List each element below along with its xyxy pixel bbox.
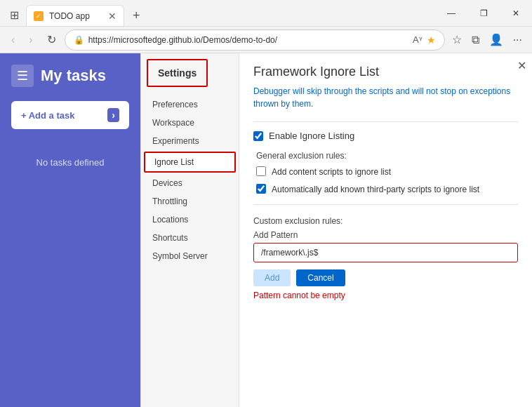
enable-ignore-label: Enable Ignore Listing	[269, 131, 354, 141]
new-tab-button[interactable]: +	[127, 6, 146, 26]
add-task-label: + Add a task	[21, 110, 74, 121]
read-aloud-icon[interactable]: Aᵞ	[413, 34, 423, 45]
pattern-label: Add Pattern	[253, 230, 518, 240]
add-button[interactable]: Add	[253, 269, 291, 286]
add-task-arrow-icon: ›	[107, 108, 119, 122]
favorites-toolbar-icon[interactable]: ☆	[448, 30, 466, 49]
enable-ignore-checkbox[interactable]	[253, 131, 263, 141]
window-controls: — ❐ ✕	[435, 0, 532, 26]
content-scripts-checkbox[interactable]	[256, 166, 266, 176]
lock-icon: 🔒	[74, 35, 84, 45]
app-title: My tasks	[41, 67, 106, 85]
settings-close-button[interactable]: ✕	[517, 59, 526, 72]
content-title: Framework Ignore List	[253, 65, 518, 79]
tab-close-icon[interactable]: ✕	[108, 11, 117, 21]
sidebar-item-workspace[interactable]: Workspace	[141, 114, 239, 132]
throttling-label: Throttling	[152, 196, 187, 206]
toolbar-icons: ☆ ⧉ 👤 ···	[448, 30, 526, 49]
enable-ignore-row: Enable Ignore Listing	[253, 131, 518, 141]
forward-button[interactable]: ›	[23, 31, 38, 49]
divider-1	[253, 121, 518, 122]
sidebar-item-experiments[interactable]: Experiments	[141, 132, 239, 150]
settings-nav: Settings Preferences Workspace Experimen…	[141, 53, 239, 407]
address-bar[interactable]: 🔒 https://microsoftedge.github.io/Demos/…	[65, 29, 445, 51]
app-sidebar: ☰ My tasks + Add a task › No tasks defin…	[0, 53, 140, 407]
locations-label: Locations	[152, 215, 188, 225]
close-button[interactable]: ✕	[500, 0, 532, 27]
error-message: Pattern cannot be empty	[253, 291, 518, 300]
devices-label: Devices	[152, 178, 182, 188]
address-bar-row: ‹ › ↻ 🔒 https://microsoftedge.github.io/…	[0, 27, 532, 53]
custom-section: Custom exclusion rules: Add Pattern Add …	[253, 216, 518, 300]
content-scripts-row: Add content scripts to ignore list	[256, 166, 518, 178]
sidebar-item-ignore-list[interactable]: Ignore List	[144, 152, 236, 173]
main-layout: ☰ My tasks + Add a task › No tasks defin…	[0, 53, 532, 407]
refresh-button[interactable]: ↻	[41, 30, 62, 49]
ignore-list-label: Ignore List	[154, 157, 194, 167]
settings-items: Preferences Workspace Experiments Ignore…	[141, 93, 239, 268]
sidebar-item-preferences[interactable]: Preferences	[141, 95, 239, 114]
content-description: Debugger will skip through the scripts a…	[253, 85, 518, 110]
button-row: Add Cancel	[253, 269, 518, 286]
divider-2	[253, 204, 518, 205]
cancel-button[interactable]: Cancel	[296, 269, 345, 286]
pattern-input[interactable]	[253, 243, 518, 262]
app-logo-icon: ☰	[11, 65, 34, 87]
browser-chrome: ⊞ ✓ TODO app ✕ + — ❐ ✕	[0, 0, 532, 27]
minimize-button[interactable]: —	[435, 0, 467, 27]
settings-header: Settings	[147, 59, 208, 87]
maximize-button[interactable]: ❐	[467, 0, 500, 27]
logo-symbol: ☰	[17, 68, 28, 84]
favorites-icon[interactable]: ★	[427, 34, 436, 46]
sidebar-item-devices[interactable]: Devices	[141, 174, 239, 192]
menu-icon[interactable]: ···	[509, 31, 526, 49]
preferences-label: Preferences	[152, 100, 198, 109]
browser-tab[interactable]: ✓ TODO app ✕	[26, 5, 124, 26]
custom-exclusion-label: Custom exclusion rules:	[253, 216, 518, 226]
settings-content: ✕ Framework Ignore List Debugger will sk…	[239, 53, 532, 407]
experiments-label: Experiments	[152, 136, 199, 146]
collections-icon[interactable]: ⧉	[467, 31, 484, 49]
no-tasks-message: No tasks defined	[11, 157, 129, 168]
sidebar-item-symbol-server[interactable]: Symbol Server	[141, 247, 239, 265]
profile-icon[interactable]: 👤	[485, 30, 507, 49]
sidebar-item-locations[interactable]: Locations	[141, 211, 239, 229]
url-text: https://microsoftedge.github.io/Demos/de…	[88, 35, 408, 45]
sidebar-item-throttling[interactable]: Throttling	[141, 192, 239, 211]
devtools-panel: Settings Preferences Workspace Experimen…	[140, 53, 532, 407]
sidebar-toggle-icon[interactable]: ⊞	[6, 6, 23, 25]
symbol-server-label: Symbol Server	[152, 251, 208, 261]
tab-favicon: ✓	[34, 11, 44, 21]
third-party-checkbox[interactable]	[256, 184, 266, 194]
workspace-label: Workspace	[152, 118, 194, 128]
content-scripts-label: Add content scripts to ignore list	[272, 166, 391, 178]
general-label: General exclusion rules:	[256, 151, 518, 161]
sidebar-item-shortcuts[interactable]: Shortcuts	[141, 229, 239, 247]
third-party-label: Automatically add known third-party scri…	[272, 184, 479, 196]
add-task-button[interactable]: + Add a task ›	[11, 101, 129, 129]
tab-title: TODO app	[49, 11, 102, 21]
app-logo: ☰ My tasks	[11, 65, 129, 87]
third-party-row: Automatically add known third-party scri…	[256, 184, 518, 196]
back-button[interactable]: ‹	[6, 31, 20, 49]
shortcuts-label: Shortcuts	[152, 233, 188, 243]
address-bar-icons: Aᵞ ★	[413, 34, 436, 46]
